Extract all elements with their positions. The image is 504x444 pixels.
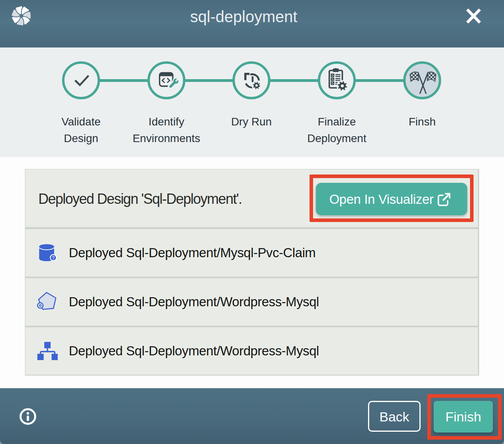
svg-text:?: ?: [52, 255, 55, 261]
